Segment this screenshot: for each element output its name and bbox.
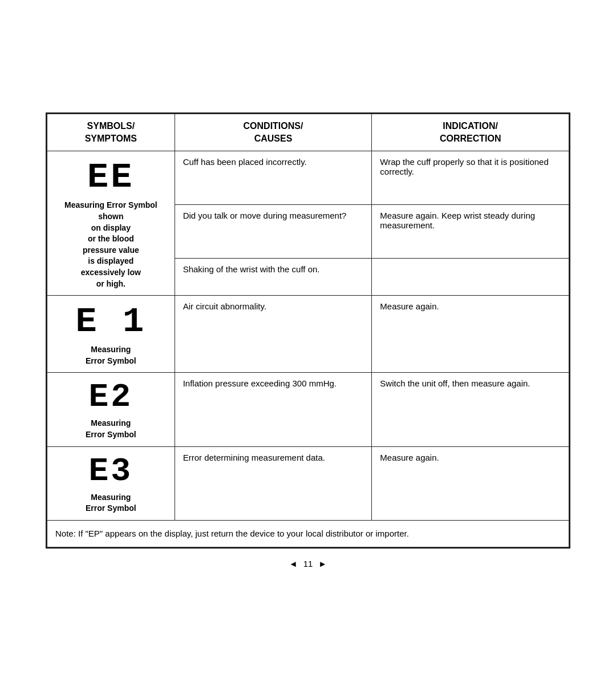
e2-symbol-label: MeasuringError Symbol xyxy=(86,418,136,439)
e1-symbol-label: MeasuringError Symbol xyxy=(86,345,136,365)
header-conditions: CONDITIONS/CAUSES xyxy=(175,114,372,151)
ee-indication-1: Wrap the cuff properly so that it is pos… xyxy=(372,151,569,205)
header-indication: INDICATION/CORRECTION xyxy=(372,114,569,151)
ee-indication-2: Measure again. Keep wrist steady during … xyxy=(372,205,569,259)
e2-condition: Inflation pressure exceeding 300 mmHg. xyxy=(175,373,372,446)
e1-condition: Air circuit abnormality. xyxy=(175,296,372,373)
table-row: E3 MeasuringError Symbol Error determini… xyxy=(47,446,569,520)
e2-symbol-cell: E2 MeasuringError Symbol xyxy=(47,373,175,446)
e3-symbol-label: MeasuringError Symbol xyxy=(86,493,136,513)
note-cell: Note: If "EP" appears on the display, ju… xyxy=(47,520,569,547)
ee-condition-1: Cuff has been placed incorrectly. xyxy=(175,151,372,205)
ee-condition-3: Shaking of the wrist with the cuff on. xyxy=(175,259,372,296)
page-navigation: ◄ 11 ► xyxy=(289,559,327,569)
e3-display-symbol: E3 xyxy=(55,453,167,490)
e1-symbol-cell: E 1 MeasuringError Symbol xyxy=(47,296,175,373)
prev-page-icon[interactable]: ◄ xyxy=(289,559,298,569)
table-row: E2 MeasuringError Symbol Inflation press… xyxy=(47,373,569,446)
page-number: 11 xyxy=(303,559,313,569)
e1-indication: Measure again. xyxy=(372,296,569,373)
e3-indication: Measure again. xyxy=(372,446,569,520)
ee-display-symbol: EE xyxy=(55,157,167,198)
ee-symbol-cell: EE Measuring Error Symbol shownon displa… xyxy=(47,151,175,296)
table-row: EE Measuring Error Symbol shownon displa… xyxy=(47,151,569,205)
table-row: E 1 MeasuringError Symbol Air circuit ab… xyxy=(47,296,569,373)
ee-symbol-label: Measuring Error Symbol shownon displayor… xyxy=(64,200,157,288)
e3-symbol-cell: E3 MeasuringError Symbol xyxy=(47,446,175,520)
e2-indication: Switch the unit off, then measure again. xyxy=(372,373,569,446)
e1-display-symbol: E 1 xyxy=(55,301,167,342)
ee-indication-3 xyxy=(372,259,569,296)
ee-condition-2: Did you talk or move during measurement? xyxy=(175,205,372,259)
error-symbols-table: SYMBOLS/SYMPTOMS CONDITIONS/CAUSES INDIC… xyxy=(47,114,569,548)
next-page-icon[interactable]: ► xyxy=(318,559,327,569)
e2-display-symbol: E2 xyxy=(55,378,167,416)
note-row: Note: If "EP" appears on the display, ju… xyxy=(47,520,569,547)
header-symbols: SYMBOLS/SYMPTOMS xyxy=(47,114,175,151)
main-table-wrapper: SYMBOLS/SYMPTOMS CONDITIONS/CAUSES INDIC… xyxy=(46,112,570,549)
e3-condition: Error determining measurement data. xyxy=(175,446,372,520)
